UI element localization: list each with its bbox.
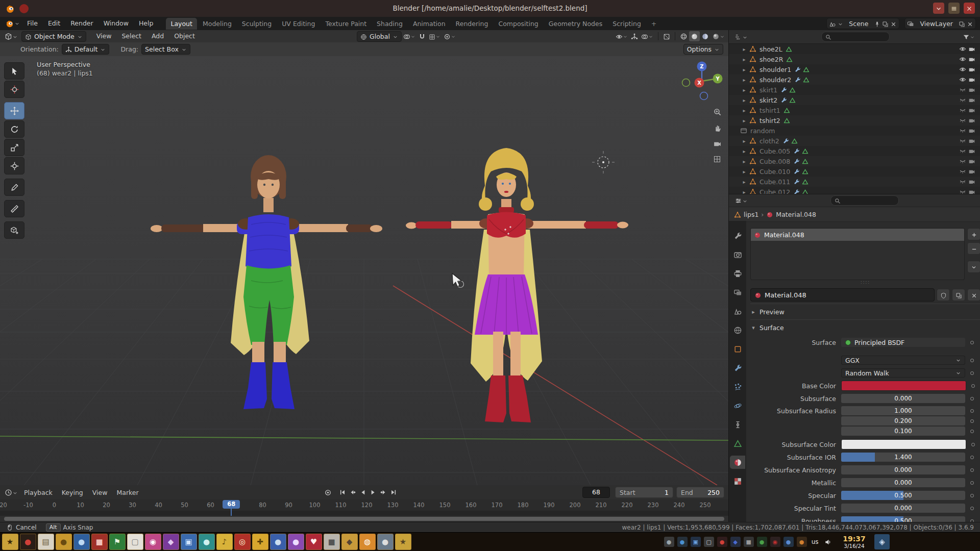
outliner-item-shoe2l[interactable]: ▸shoe2L <box>729 44 980 54</box>
properties-tab-world[interactable] <box>730 323 745 337</box>
slider-specular-tint[interactable]: 0.000 <box>841 504 965 513</box>
taskbar-app-plus[interactable]: ✚ <box>252 534 268 550</box>
properties-tab-material[interactable] <box>730 456 745 469</box>
add-workspace-button[interactable]: + <box>647 18 661 30</box>
animate-decorator[interactable] <box>965 468 978 472</box>
outliner-item-shoe2r[interactable]: ▸shoe2R <box>729 54 980 64</box>
taskbar-app-note[interactable]: ♪ <box>216 534 233 550</box>
slider-subsurface-ior[interactable]: 1.400 <box>841 453 965 462</box>
properties-tab-physics[interactable] <box>730 399 745 412</box>
taskbar-app-files[interactable]: ▤ <box>38 534 54 550</box>
axis-neg-z[interactable] <box>700 92 708 100</box>
viewlayer-selector[interactable]: ViewLayer <box>904 18 976 29</box>
current-frame-field[interactable]: 68 <box>582 487 610 498</box>
remove-material-slot-button[interactable] <box>967 242 980 255</box>
expand-arrow-icon[interactable]: ▸ <box>741 67 747 72</box>
taskbar-app-amber[interactable]: ◆ <box>341 534 358 550</box>
pivot-point-button[interactable] <box>402 31 417 41</box>
outliner-item-skirt2[interactable]: ▸skirt2 <box>729 95 980 105</box>
tool-rotate[interactable] <box>4 120 24 138</box>
workspace-tab-rendering[interactable]: Rendering <box>451 18 493 30</box>
tool-cursor[interactable] <box>4 81 24 98</box>
workspace-tab-modeling[interactable]: Modeling <box>198 18 236 30</box>
editor-type-button[interactable] <box>733 32 749 42</box>
pan-hand-icon[interactable] <box>710 121 724 135</box>
light-gizmo[interactable] <box>592 151 615 173</box>
filter-button[interactable] <box>961 32 976 42</box>
zoom-icon[interactable] <box>710 105 724 118</box>
properties-tab-object[interactable] <box>730 342 745 356</box>
ortho-grid-icon[interactable] <box>710 153 724 166</box>
editor-type-button[interactable] <box>3 31 19 41</box>
slider-subsurface[interactable]: 0.000 <box>841 394 965 403</box>
expand-arrow-icon[interactable]: ▸ <box>741 46 747 52</box>
taskbar-app-page[interactable]: ▢ <box>127 534 143 550</box>
properties-search-input[interactable] <box>830 195 899 206</box>
properties-tab-data[interactable] <box>730 437 745 450</box>
workspace-tab-geometry-nodes[interactable]: Geometry Nodes <box>544 18 607 30</box>
breadcrumb-object[interactable]: lips1 <box>744 211 758 218</box>
scene-selector[interactable]: Scene <box>826 18 899 29</box>
taskbar-app-violet[interactable]: ◆ <box>163 534 179 550</box>
tray-gray-icon[interactable]: ● <box>664 537 674 547</box>
frame-end-field[interactable]: End 250 <box>676 487 724 498</box>
expand-arrow-icon[interactable]: ▸ <box>741 77 747 83</box>
next-keyframe-button[interactable] <box>378 487 388 497</box>
number-field[interactable]: 1.000 <box>841 406 965 415</box>
timeline-menu-marker[interactable]: Marker <box>112 489 143 496</box>
snap-toggle[interactable] <box>417 31 427 41</box>
taskbar-app-globe[interactable]: ● <box>74 534 90 550</box>
number-field[interactable]: 0.100 <box>841 427 965 436</box>
tray-red-icon[interactable]: ● <box>717 537 727 547</box>
expand-arrow-icon[interactable]: ▸ <box>741 189 747 194</box>
options-dropdown[interactable]: Options <box>683 44 723 55</box>
expand-arrow-icon[interactable]: ▸ <box>741 57 747 62</box>
outliner-item-tshirt2[interactable]: ▸tshirt2 <box>729 115 980 126</box>
taskbar-app-flag[interactable]: ⚑ <box>109 534 126 550</box>
taskbar-app-blender[interactable]: ◍ <box>359 534 376 550</box>
workspace-tab-compositing[interactable]: Compositing <box>494 18 543 30</box>
add-material-slot-button[interactable] <box>967 228 980 240</box>
character-male[interactable] <box>151 155 382 409</box>
animate-decorator[interactable] <box>965 494 978 497</box>
workspace-tab-scripting[interactable]: Scripting <box>608 18 646 30</box>
taskbar-app-navy[interactable]: ● <box>270 534 286 550</box>
taskbar-app-blue[interactable]: ▣ <box>181 534 197 550</box>
outliner-item-cube-012[interactable]: ▸Cube.012 <box>729 187 980 194</box>
xray-toggle[interactable] <box>662 31 672 41</box>
material-slot[interactable]: Material.048 <box>751 229 964 241</box>
outliner-item-tshirt1[interactable]: ▸tshirt1 <box>729 105 980 115</box>
tool-add-cube[interactable] <box>4 221 24 239</box>
timeline-menu-playback[interactable]: Playback <box>19 489 57 496</box>
expand-arrow-icon[interactable]: ▸ <box>741 148 747 154</box>
dropdown-random-walk[interactable]: Random Walk <box>841 368 965 378</box>
animate-decorator[interactable] <box>965 419 978 423</box>
character-female[interactable] <box>406 148 628 422</box>
volume-icon[interactable] <box>823 537 834 547</box>
close-icon[interactable] <box>967 20 973 28</box>
animate-decorator[interactable] <box>966 384 979 388</box>
slider-metallic[interactable]: 0.000 <box>841 478 965 487</box>
play-reverse-button[interactable] <box>358 487 368 497</box>
shade-window-button[interactable] <box>933 3 944 14</box>
shading-material-button[interactable] <box>700 31 710 41</box>
playhead[interactable]: 68 <box>223 500 240 509</box>
menu-file[interactable]: File <box>22 17 43 30</box>
copy-icon[interactable] <box>959 20 965 28</box>
workspace-tab-uv-editing[interactable]: UV Editing <box>277 18 320 30</box>
expand-arrow-icon[interactable]: ▸ <box>741 169 747 174</box>
navigation-gizmo[interactable]: Z Y X <box>680 60 723 103</box>
taskbar-app-teal[interactable]: ● <box>199 534 215 550</box>
expand-arrow-icon[interactable]: ▸ <box>741 97 747 103</box>
slider-specular[interactable]: 0.500 <box>841 491 965 500</box>
properties-tab-constraints[interactable] <box>730 418 745 431</box>
unlink-material-button[interactable] <box>967 289 980 301</box>
outliner-item-skirt1[interactable]: ▸skirt1 <box>729 85 980 95</box>
shader-select-button[interactable]: Principled BSDF <box>841 338 965 347</box>
workspace-tab-animation[interactable]: Animation <box>408 18 450 30</box>
workspace-tab-layout[interactable]: Layout <box>166 18 197 30</box>
animate-decorator[interactable] <box>965 409 978 413</box>
drag-dropdown[interactable]: Select Box <box>141 44 190 55</box>
taskbar-app-gold[interactable]: ★ <box>395 534 411 550</box>
tray-blue2-icon[interactable]: ▣ <box>691 537 701 547</box>
